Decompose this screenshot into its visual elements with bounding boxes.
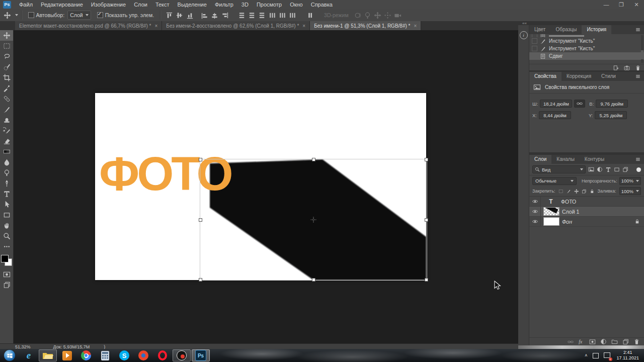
menu-layers[interactable]: Слои xyxy=(130,0,151,9)
tab-close-icon[interactable]: × xyxy=(155,23,158,29)
start-button[interactable] xyxy=(1,349,19,361)
distribute-horizontal-centers-button[interactable] xyxy=(278,11,286,20)
layer-row-selected[interactable]: Слой 1 xyxy=(529,207,644,217)
gradient-tool[interactable] xyxy=(0,146,13,157)
layer-visibility-toggle[interactable] xyxy=(529,197,541,206)
height-field[interactable]: 9,76 дюйм xyxy=(596,100,628,108)
file-explorer-icon[interactable] xyxy=(39,349,57,361)
tab-layers[interactable]: Слои xyxy=(529,155,551,164)
foreground-background-swatches[interactable] xyxy=(1,255,12,266)
blur-tool[interactable] xyxy=(0,157,13,167)
new-layer-button[interactable] xyxy=(622,338,629,345)
document-tab-2[interactable]: Без имени-2-восстановлено @ 62,6% (Слой … xyxy=(162,21,310,30)
layer-row-background[interactable]: Фон xyxy=(529,217,644,227)
document-tab-1[interactable]: Elementor макет-восстановлено.psd @ 66,7… xyxy=(15,21,162,30)
align-left-edges-button[interactable] xyxy=(200,11,209,20)
show-transform-controls-checkbox[interactable] xyxy=(97,12,103,18)
filter-pixel-layers-icon[interactable] xyxy=(588,166,594,172)
menu-help[interactable]: Справка xyxy=(307,0,337,9)
panel-menu-icon[interactable] xyxy=(632,25,644,34)
menu-view[interactable]: Просмотр xyxy=(253,0,286,9)
internet-explorer-icon[interactable]: e xyxy=(20,349,38,361)
quick-selection-tool[interactable] xyxy=(0,62,13,72)
tray-action-center-icon[interactable]: x xyxy=(604,351,610,360)
tab-close-icon[interactable]: × xyxy=(414,23,417,29)
distribute-spacing-button[interactable] xyxy=(306,11,314,20)
autoselect-checkbox[interactable] xyxy=(28,12,34,18)
pen-tool[interactable] xyxy=(0,178,13,189)
tab-properties[interactable]: Свойства xyxy=(529,72,561,81)
menu-image[interactable]: Изображение xyxy=(87,0,130,9)
panel-menu-icon[interactable] xyxy=(632,155,644,164)
filter-adjustment-layers-icon[interactable] xyxy=(597,166,603,172)
distribute-left-edges-button[interactable] xyxy=(268,11,276,20)
foreground-color-swatch[interactable] xyxy=(1,255,9,262)
calculator-icon[interactable] xyxy=(96,349,114,361)
distribute-bottom-edges-button[interactable] xyxy=(258,11,266,20)
y-field[interactable]: 5,25 дюйм xyxy=(595,111,627,119)
menu-select[interactable]: Выделение xyxy=(174,0,211,9)
delete-state-icon[interactable] xyxy=(635,65,641,71)
lock-artboard-icon[interactable] xyxy=(582,189,587,194)
lock-position-icon[interactable] xyxy=(574,189,579,194)
new-adjustment-layer-button[interactable] xyxy=(600,338,607,345)
menu-edit[interactable]: Редактирование xyxy=(37,0,87,9)
photoshop-taskbar-icon[interactable]: Ps xyxy=(192,349,210,361)
marquee-tool[interactable] xyxy=(0,41,13,51)
text-layer-thumbnail[interactable]: T xyxy=(541,198,561,205)
menu-file[interactable]: Файл xyxy=(15,0,37,9)
zoom-level-field[interactable]: 51,32% xyxy=(15,344,31,349)
tool-preset-caret-icon[interactable] xyxy=(15,14,18,16)
quick-mask-button[interactable] xyxy=(0,269,13,280)
healing-brush-tool[interactable] xyxy=(0,94,13,104)
lock-transparency-icon[interactable] xyxy=(558,189,564,194)
layer-thumbnail[interactable] xyxy=(543,207,559,216)
lasso-tool[interactable] xyxy=(0,51,13,62)
eyedropper-tool[interactable] xyxy=(0,83,13,94)
browser-icon[interactable] xyxy=(134,349,152,361)
layer-thumbnail[interactable] xyxy=(543,217,559,226)
x-field[interactable]: 8,44 дюйм xyxy=(539,111,571,119)
tab-styles[interactable]: Стили xyxy=(596,72,621,81)
document-canvas[interactable]: ФОТО xyxy=(95,93,426,280)
autoselect-target-dropdown[interactable]: Слой xyxy=(67,11,91,20)
taskbar-clock[interactable]: 2:41 17.11.2021 xyxy=(617,350,639,361)
document-tab-3-active[interactable]: Без имени-1 @ 51,3% (Слой 1, RGB/8#) *× xyxy=(310,21,421,30)
delete-layer-button[interactable] xyxy=(633,338,640,345)
menu-filter[interactable]: Фильтр xyxy=(211,0,237,9)
menu-window[interactable]: Окно xyxy=(286,0,307,9)
constrain-proportions-icon[interactable] xyxy=(574,100,585,108)
3d-pan-icon[interactable] xyxy=(373,11,382,20)
filter-type-layers-icon[interactable] xyxy=(605,166,611,172)
window-restore-button[interactable]: ❐ xyxy=(614,1,629,9)
history-brush-tool[interactable] xyxy=(0,125,13,136)
add-layer-mask-button[interactable] xyxy=(589,338,596,345)
crop-tool[interactable] xyxy=(0,72,13,83)
tab-paths[interactable]: Контуры xyxy=(580,155,609,164)
history-item[interactable]: Инструмент "Кисть" xyxy=(529,37,644,45)
tab-history[interactable]: История xyxy=(582,25,611,34)
lock-all-icon[interactable] xyxy=(590,189,595,194)
skype-icon[interactable]: S xyxy=(115,349,133,361)
brush-tool[interactable] xyxy=(0,104,13,115)
lock-pixels-icon[interactable] xyxy=(566,189,571,194)
new-document-from-state-icon[interactable] xyxy=(613,65,619,71)
window-close-button[interactable]: ✕ xyxy=(629,1,644,9)
panel-menu-icon[interactable] xyxy=(632,72,644,81)
tab-channels[interactable]: Каналы xyxy=(551,155,580,164)
chrome-icon[interactable] xyxy=(77,349,95,361)
window-minimize-button[interactable]: — xyxy=(599,1,614,9)
status-expand-arrow[interactable]: ) xyxy=(104,344,105,349)
opera-icon[interactable] xyxy=(153,349,172,361)
shape-tool[interactable] xyxy=(0,210,13,220)
tab-swatches[interactable]: Образцы xyxy=(550,25,582,34)
type-tool[interactable] xyxy=(0,189,13,199)
eraser-tool[interactable] xyxy=(0,136,13,146)
tray-window-icon[interactable] xyxy=(593,353,599,358)
screen-recorder-icon[interactable] xyxy=(173,349,191,361)
align-bottom-edges-button[interactable] xyxy=(185,11,194,20)
tab-close-icon[interactable]: × xyxy=(302,23,305,29)
3d-slide-icon[interactable] xyxy=(383,11,392,20)
tab-color[interactable]: Цвет xyxy=(529,25,550,34)
zoom-tool[interactable] xyxy=(0,231,13,241)
